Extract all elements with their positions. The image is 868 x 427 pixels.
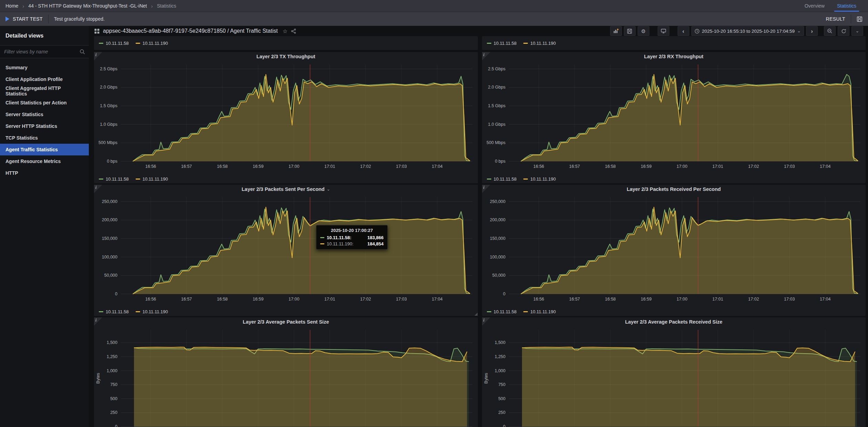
chart-canvas[interactable]: 16:5616:5716:5816:5917:0017:0117:0217:03… (482, 194, 866, 307)
panel-title[interactable]: Layer 2/3 Packets Sent Per Second (242, 186, 325, 192)
share-icon[interactable] (291, 29, 296, 34)
panel-resize-handle[interactable] (474, 313, 478, 316)
dashboard-settings-button[interactable]: ⚙ (638, 26, 649, 36)
legend-item[interactable]: 10.11.11.58 (99, 176, 129, 182)
time-range-back-button[interactable]: ‹ (678, 26, 689, 36)
legend-item[interactable]: 10.11.11.190 (523, 41, 556, 46)
save-report-button[interactable] (857, 16, 862, 22)
chart-canvas[interactable]: 16:5616:5716:5816:5917:0017:0117:0217:03… (94, 326, 478, 427)
dashboard-title[interactable]: appsec-43baaec5-a9ab-48f7-9197-5e249c871… (103, 28, 278, 34)
sidebar-item-client-application-profile[interactable]: Client Application Profile (0, 73, 89, 85)
legend-item[interactable]: 10.11.11.58 (487, 176, 517, 182)
svg-text:250: 250 (498, 410, 505, 415)
legend-item[interactable]: 10.11.11.58 (487, 309, 517, 314)
panel-info-corner[interactable]: i (482, 317, 490, 326)
sidebar-item-server-http-statistics[interactable]: Server HTTP Statistics (0, 120, 89, 132)
sidebar-item-summary[interactable]: Summary (0, 62, 89, 73)
panel-legend: 10.11.11.5810.11.11.190 (94, 307, 478, 316)
panel-title-row[interactable]: Layer 2/3 Average Packets Sent Size (94, 317, 478, 326)
chart-canvas[interactable]: 16:5616:5716:5816:5917:0017:0117:0217:03… (482, 326, 866, 427)
cycle-view-mode-button[interactable] (658, 26, 669, 36)
svg-text:16:59: 16:59 (253, 164, 263, 169)
panel-menu-caret-icon[interactable]: ⌄ (327, 188, 330, 190)
sidebar-item-agent-traffic-statistics[interactable]: Agent Traffic Statistics (0, 144, 89, 155)
result-button[interactable]: RESULT (826, 16, 845, 22)
panel-title-row[interactable]: Layer 2/3 Packets Received Per Second (482, 185, 866, 194)
panel-info-corner[interactable]: i (94, 317, 102, 326)
filter-views-input[interactable] (0, 45, 89, 58)
panel-info-corner[interactable]: i (482, 52, 490, 60)
panel-layer23-average-packets-received-size: i Layer 2/3 Average Packets Received Siz… (482, 317, 866, 427)
divider (851, 14, 851, 23)
legend-item[interactable]: 10.11.11.58 (487, 41, 517, 46)
legend-item[interactable]: 10.11.11.190 (523, 309, 556, 314)
gear-icon: ⚙ (641, 29, 646, 34)
chevron-right-icon: › (811, 28, 813, 34)
zoom-out-button[interactable] (824, 26, 836, 36)
svg-text:17:02: 17:02 (360, 297, 371, 302)
sidebar-item-client-aggregated-http-statistics[interactable]: Client Aggregated HTTP Statistics (0, 85, 89, 97)
legend-item[interactable]: 10.11.11.58 (99, 309, 129, 314)
svg-text:17:03: 17:03 (396, 297, 407, 302)
tx-throughput-chart[interactable]: 16:5616:5716:5816:5917:0017:0117:0217:03… (94, 61, 478, 174)
tab-statistics[interactable]: Statistics (831, 0, 862, 12)
panel-title[interactable]: Layer 2/3 TX Throughput (257, 54, 315, 59)
chart-canvas[interactable]: 16:5616:5716:5816:5917:0017:0117:0217:03… (482, 61, 866, 174)
breadcrumb-test-name[interactable]: 44 - STH HTTP Gateway Mix-Throughput-Tes… (28, 3, 147, 9)
panel-title-row[interactable]: Layer 2/3 Average Packets Received Size (482, 317, 866, 326)
breadcrumb-separator-icon: › (22, 3, 24, 9)
chart-canvas[interactable]: 16:5616:5716:5816:5917:0017:0117:0217:03… (94, 61, 478, 174)
legend-item[interactable]: 10.11.11.190 (523, 176, 556, 182)
panel-info-corner[interactable]: i (482, 185, 490, 193)
refresh-button[interactable] (838, 26, 849, 36)
svg-text:2.0 Gbps: 2.0 Gbps (100, 85, 117, 90)
svg-text:16:56: 16:56 (145, 297, 156, 302)
series-color-dash (99, 311, 103, 312)
rx-throughput-chart[interactable]: 16:5616:5716:5816:5917:0017:0117:0217:03… (482, 61, 866, 174)
start-test-button[interactable]: START TEST (13, 16, 43, 22)
panel-title[interactable]: Layer 2/3 Packets Received Per Second (627, 186, 721, 192)
panel-title[interactable]: Layer 2/3 RX Throughput (644, 54, 703, 59)
sidebar-item-client-statistics-per-action[interactable]: Client Statistics per Action (0, 97, 89, 109)
svg-text:500: 500 (498, 396, 505, 401)
sidebar-item-http[interactable]: HTTP (0, 167, 89, 179)
sidebar-item-agent-resource-metrics[interactable]: Agent Resource Metrics (0, 155, 89, 167)
panel-info-corner[interactable]: i (94, 185, 102, 193)
panel-title-row[interactable]: Layer 2/3 TX Throughput (94, 52, 478, 61)
packets-sent-chart[interactable]: 16:5616:5716:5816:5917:0017:0117:0217:03… (94, 194, 478, 307)
legend-item[interactable]: 10.11.11.190 (136, 176, 168, 182)
avg-packets-received-size-chart[interactable]: 16:5616:5716:5816:5917:0017:0117:0217:03… (482, 326, 866, 427)
chart-canvas[interactable]: 16:5616:5716:5816:5917:0017:0117:0217:03… (94, 194, 478, 307)
svg-text:250,000: 250,000 (102, 199, 117, 204)
save-dashboard-button[interactable] (624, 26, 636, 36)
series-color-dash (523, 311, 528, 312)
sidebar-item-server-statistics[interactable]: Server Statistics (0, 109, 89, 120)
series-name: 10.11.11.190 (530, 176, 556, 182)
legend-item[interactable]: 10.11.11.190 (136, 41, 168, 46)
dashboard-scroll-area[interactable]: 10.11.11.5810.11.11.190 10.11.11.5810.11… (89, 36, 868, 427)
sidebar-item-tcp-statistics[interactable]: TCP Statistics (0, 132, 89, 144)
panel-title[interactable]: Layer 2/3 Average Packets Received Size (625, 319, 722, 325)
add-panel-button[interactable] (610, 26, 622, 36)
svg-text:200,000: 200,000 (102, 217, 117, 222)
avg-packets-sent-size-chart[interactable]: 16:5616:5716:5816:5917:0017:0117:0217:03… (94, 326, 478, 427)
panel-title-row[interactable]: Layer 2/3 RX Throughput (482, 52, 866, 61)
dashboards-grid-icon[interactable] (94, 29, 100, 34)
series-name: 10.11.11.58 (494, 309, 517, 314)
tab-overview[interactable]: Overview (798, 0, 831, 12)
panel-title[interactable]: Layer 2/3 Average Packets Sent Size (243, 319, 329, 325)
legend-item[interactable]: 10.11.11.190 (136, 309, 168, 314)
time-range-picker[interactable]: 2025-10-20 16:55:10 to 2025-10-20 17:04:… (691, 26, 804, 36)
star-icon[interactable]: ☆ (283, 28, 287, 34)
time-range-forward-button[interactable]: › (806, 26, 818, 36)
series-name: 10.11.11.190 (143, 309, 168, 314)
breadcrumb-home[interactable]: Home (6, 3, 18, 9)
panel-info-corner[interactable]: i (94, 52, 102, 60)
legend-item[interactable]: 10.11.11.58 (99, 41, 129, 46)
svg-text:16:57: 16:57 (569, 164, 580, 169)
series-name: 10.11.11.58 (494, 41, 517, 46)
packets-received-chart[interactable]: 16:5616:5716:5816:5917:0017:0117:0217:03… (482, 194, 866, 307)
sidebar-title: Detailed views (0, 26, 89, 45)
panel-title-row[interactable]: Layer 2/3 Packets Sent Per Second ⌄ (94, 185, 478, 194)
refresh-interval-dropdown[interactable]: ⌄ (851, 26, 863, 36)
